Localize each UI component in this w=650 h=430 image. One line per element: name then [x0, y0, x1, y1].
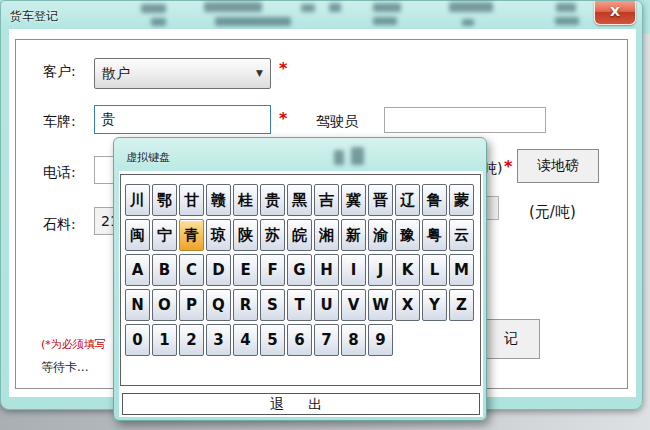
keyboard-key-陕[interactable]: 陕 [233, 219, 258, 251]
keyboard-key-V[interactable]: V [341, 289, 366, 321]
keyboard-key-粤[interactable]: 粤 [422, 219, 447, 251]
keyboard-key-Y[interactable]: Y [422, 289, 447, 321]
keyboard-key-T[interactable]: T [287, 289, 312, 321]
keyboard-key-晋[interactable]: 晋 [368, 184, 393, 216]
keyboard-key-冀[interactable]: 冀 [341, 184, 366, 216]
keyboard-key-N[interactable]: N [125, 289, 150, 321]
weight-required-mark: * [504, 157, 512, 176]
plate-label: 车牌: [43, 113, 76, 131]
keyboard-key-A[interactable]: A [125, 254, 150, 286]
keyboard-key-湘[interactable]: 湘 [314, 219, 339, 251]
customer-value: 散户 [102, 65, 130, 81]
keyboard-key-苏[interactable]: 苏 [260, 219, 285, 251]
keyboard-key-皖[interactable]: 皖 [287, 219, 312, 251]
keyboard-key-F[interactable]: F [260, 254, 285, 286]
keyboard-key-D[interactable]: D [206, 254, 231, 286]
customer-label: 客户: [43, 63, 76, 81]
phone-label: 电话: [43, 164, 76, 182]
keyboard-key-L[interactable]: L [422, 254, 447, 286]
keyboard-key-C[interactable]: C [179, 254, 204, 286]
customer-dropdown[interactable]: 散户 ▼ [94, 58, 271, 89]
keyboard-key-S[interactable]: S [260, 289, 285, 321]
keyboard-key-川[interactable]: 川 [125, 184, 150, 216]
keyboard-key-U[interactable]: U [314, 289, 339, 321]
keyboard-key-桂[interactable]: 桂 [233, 184, 258, 216]
keyboard-key-3[interactable]: 3 [206, 324, 231, 356]
keyboard-key-Z[interactable]: Z [449, 289, 474, 321]
keyboard-key-宁[interactable]: 宁 [152, 219, 177, 251]
waiting-card-status: 等待卡... [41, 359, 88, 376]
keyboard-key-8[interactable]: 8 [341, 324, 366, 356]
keyboard-key-2[interactable]: 2 [179, 324, 204, 356]
keyboard-key-青[interactable]: 青 [179, 219, 204, 251]
keyboard-key-E[interactable]: E [233, 254, 258, 286]
keyboard-key-鄂[interactable]: 鄂 [152, 184, 177, 216]
driver-input[interactable] [384, 107, 546, 133]
keyboard-key-5[interactable]: 5 [260, 324, 285, 356]
close-icon: X [610, 4, 620, 19]
keyboard-key-H[interactable]: H [314, 254, 339, 286]
driver-label: 驾驶员 [316, 113, 358, 131]
price-unit-label: (元/吨) [529, 203, 576, 222]
close-button[interactable]: X [594, 1, 636, 25]
keyboard-key-辽[interactable]: 辽 [395, 184, 420, 216]
keyboard-title: 虚拟键盘 [126, 150, 170, 165]
keyboard-key-J[interactable]: J [368, 254, 393, 286]
keyboard-key-W[interactable]: W [368, 289, 393, 321]
keyboard-key-panel: 川鄂甘赣桂贵黑吉冀晋辽鲁蒙闽宁青琼陕苏皖湘新渝豫粤云ABCDEFGHIJKLMN… [120, 174, 481, 386]
plate-required-mark: * [279, 109, 287, 128]
keyboard-key-I[interactable]: I [341, 254, 366, 286]
plate-input[interactable] [94, 105, 271, 134]
keyboard-key-K[interactable]: K [395, 254, 420, 286]
keyboard-key-4[interactable]: 4 [233, 324, 258, 356]
keyboard-key-贵[interactable]: 贵 [260, 184, 285, 216]
stone-label: 石料: [43, 216, 76, 234]
keyboard-key-豫[interactable]: 豫 [395, 219, 420, 251]
keyboard-key-O[interactable]: O [152, 289, 177, 321]
keyboard-key-M[interactable]: M [449, 254, 474, 286]
keyboard-key-甘[interactable]: 甘 [179, 184, 204, 216]
keyboard-key-X[interactable]: X [395, 289, 420, 321]
keyboard-key-赣[interactable]: 赣 [206, 184, 231, 216]
keyboard-key-0[interactable]: 0 [125, 324, 150, 356]
keyboard-key-渝[interactable]: 渝 [368, 219, 393, 251]
main-titlebar[interactable]: 货车登记 X [1, 1, 642, 29]
required-note: (*为必须填写 [41, 337, 106, 352]
keyboard-key-云[interactable]: 云 [449, 219, 474, 251]
keyboard-key-7[interactable]: 7 [314, 324, 339, 356]
keyboard-key-闽[interactable]: 闽 [125, 219, 150, 251]
keyboard-key-蒙[interactable]: 蒙 [449, 184, 474, 216]
keyboard-key-鲁[interactable]: 鲁 [422, 184, 447, 216]
keyboard-body: 川鄂甘赣桂贵黑吉冀晋辽鲁蒙闽宁青琼陕苏皖湘新渝豫粤云ABCDEFGHIJKLMN… [119, 171, 483, 417]
keyboard-key-1[interactable]: 1 [152, 324, 177, 356]
keyboard-exit-button[interactable]: 退 出 [122, 393, 480, 415]
keyboard-key-琼[interactable]: 琼 [206, 219, 231, 251]
keyboard-key-新[interactable]: 新 [341, 219, 366, 251]
keyboard-key-吉[interactable]: 吉 [314, 184, 339, 216]
customer-required-mark: * [279, 59, 287, 78]
window-title: 货车登记 [10, 8, 58, 25]
virtual-keyboard-dialog: 虚拟键盘 川鄂甘赣桂贵黑吉冀晋辽鲁蒙闽宁青琼陕苏皖湘新渝豫粤云ABCDEFGHI… [113, 137, 487, 421]
read-scale-button[interactable]: 读地磅 [517, 149, 599, 183]
keyboard-key-6[interactable]: 6 [287, 324, 312, 356]
keyboard-key-Q[interactable]: Q [206, 289, 231, 321]
keyboard-key-9[interactable]: 9 [368, 324, 393, 356]
keyboard-key-G[interactable]: G [287, 254, 312, 286]
keyboard-key-黑[interactable]: 黑 [287, 184, 312, 216]
keyboard-key-B[interactable]: B [152, 254, 177, 286]
keyboard-key-R[interactable]: R [233, 289, 258, 321]
keyboard-key-P[interactable]: P [179, 289, 204, 321]
chevron-down-icon: ▼ [256, 59, 263, 88]
